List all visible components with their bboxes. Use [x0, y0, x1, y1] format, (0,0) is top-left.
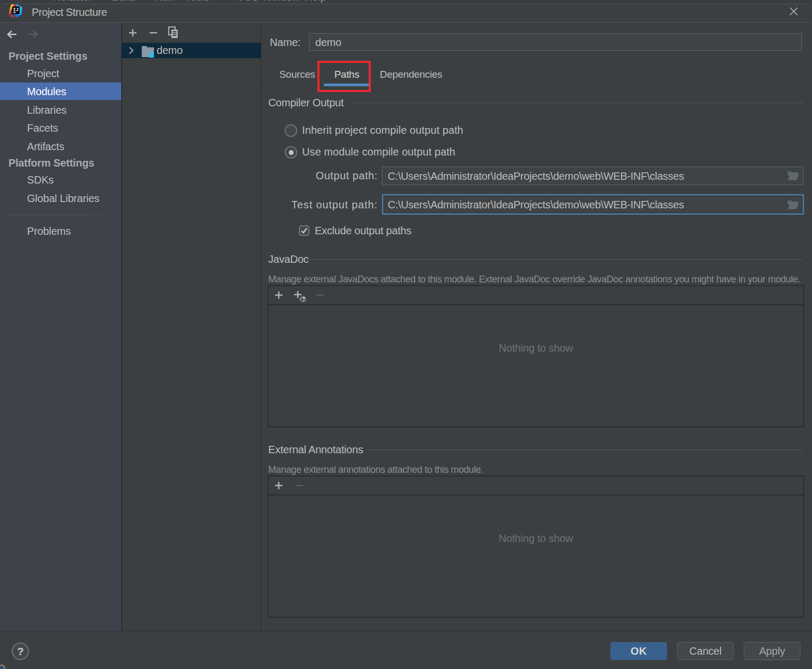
svg-text:IJ: IJ	[13, 7, 19, 13]
